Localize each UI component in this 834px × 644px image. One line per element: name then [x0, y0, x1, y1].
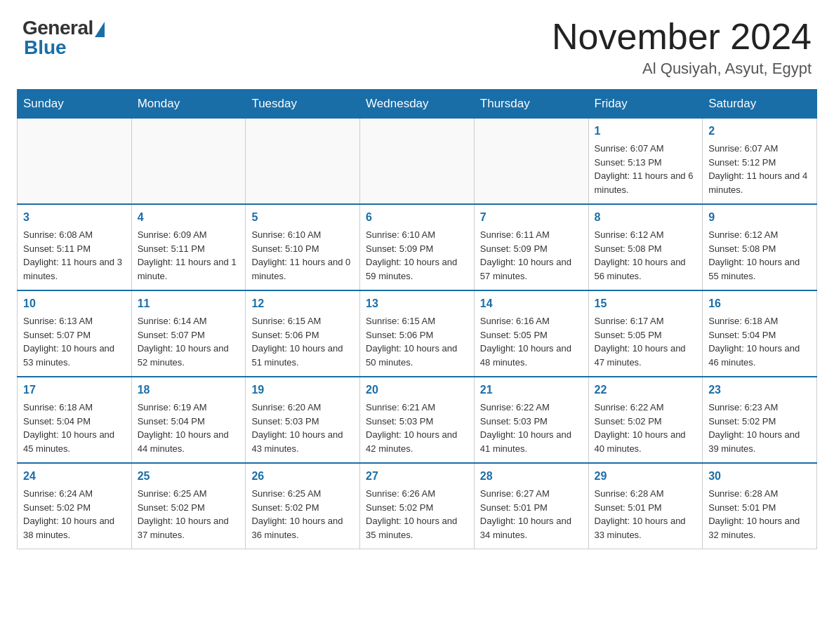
day-number: 14: [480, 295, 583, 312]
calendar-cell: 16Sunrise: 6:18 AMSunset: 5:04 PMDayligh…: [703, 290, 817, 377]
day-number: 17: [23, 382, 126, 398]
day-number: 29: [595, 468, 697, 485]
day-number: 12: [251, 295, 354, 312]
day-info: Sunset: 5:02 PM: [138, 501, 240, 515]
calendar-cell: 13Sunrise: 6:15 AMSunset: 5:06 PMDayligh…: [360, 290, 475, 377]
calendar-cell: [131, 119, 246, 205]
day-info: Daylight: 10 hours and 52 minutes.: [138, 342, 240, 369]
day-info: Sunrise: 6:10 AM: [366, 228, 468, 242]
day-info: Sunset: 5:07 PM: [23, 328, 126, 342]
day-number: 3: [23, 209, 126, 226]
day-info: Daylight: 10 hours and 45 minutes.: [23, 428, 126, 455]
day-info: Sunset: 5:11 PM: [138, 242, 240, 256]
calendar-cell: 11Sunrise: 6:14 AMSunset: 5:07 PMDayligh…: [131, 290, 246, 377]
calendar-cell: 3Sunrise: 6:08 AMSunset: 5:11 PMDaylight…: [18, 204, 132, 290]
calendar-cell: 15Sunrise: 6:17 AMSunset: 5:05 PMDayligh…: [588, 290, 703, 377]
day-info: Sunrise: 6:23 AM: [708, 401, 811, 415]
day-info: Sunset: 5:02 PM: [708, 415, 811, 429]
day-info: Sunrise: 6:16 AM: [480, 314, 583, 328]
logo-triangle-icon: [95, 22, 105, 37]
day-info: Sunrise: 6:17 AM: [595, 314, 697, 328]
day-number: 10: [23, 295, 126, 312]
day-info: Daylight: 10 hours and 36 minutes.: [251, 514, 354, 542]
day-info: Daylight: 11 hours and 4 minutes.: [708, 169, 811, 196]
calendar-cell: 19Sunrise: 6:20 AMSunset: 5:03 PMDayligh…: [246, 377, 360, 463]
day-info: Daylight: 10 hours and 50 minutes.: [366, 342, 468, 369]
day-info: Daylight: 11 hours and 0 minutes.: [251, 255, 354, 283]
day-info: Daylight: 10 hours and 39 minutes.: [708, 428, 811, 455]
day-header-thursday: Thursday: [474, 90, 588, 119]
calendar-week-row: 10Sunrise: 6:13 AMSunset: 5:07 PMDayligh…: [18, 290, 817, 377]
day-info: Sunset: 5:01 PM: [595, 501, 697, 515]
day-info: Sunrise: 6:22 AM: [480, 401, 583, 415]
day-info: Sunrise: 6:14 AM: [138, 314, 240, 328]
day-info: Sunrise: 6:13 AM: [23, 314, 126, 328]
day-number: 1: [595, 123, 697, 140]
day-number: 5: [251, 209, 354, 226]
day-number: 22: [595, 382, 697, 398]
calendar-cell: 10Sunrise: 6:13 AMSunset: 5:07 PMDayligh…: [18, 290, 132, 377]
day-info: Sunrise: 6:12 AM: [708, 228, 811, 242]
day-number: 26: [251, 468, 354, 485]
day-number: 30: [708, 468, 811, 485]
day-info: Daylight: 10 hours and 55 minutes.: [708, 255, 811, 283]
day-info: Daylight: 10 hours and 47 minutes.: [595, 342, 697, 369]
day-info: Sunset: 5:13 PM: [595, 156, 697, 170]
logo: General Blue: [22, 17, 105, 59]
day-info: Sunrise: 6:10 AM: [251, 228, 354, 242]
calendar-week-row: 17Sunrise: 6:18 AMSunset: 5:04 PMDayligh…: [18, 377, 817, 463]
day-info: Sunrise: 6:18 AM: [23, 401, 126, 415]
day-info: Sunrise: 6:15 AM: [251, 314, 354, 328]
calendar-cell: 9Sunrise: 6:12 AMSunset: 5:08 PMDaylight…: [703, 204, 817, 290]
day-number: 4: [138, 209, 240, 226]
day-info: Sunset: 5:02 PM: [251, 501, 354, 515]
day-info: Sunrise: 6:28 AM: [708, 487, 811, 501]
day-info: Daylight: 10 hours and 35 minutes.: [366, 514, 468, 542]
day-info: Sunrise: 6:08 AM: [23, 228, 126, 242]
day-header-wednesday: Wednesday: [360, 90, 475, 119]
day-number: 27: [366, 468, 468, 485]
day-info: Daylight: 10 hours and 48 minutes.: [480, 342, 583, 369]
day-number: 6: [366, 209, 468, 226]
day-info: Daylight: 10 hours and 46 minutes.: [708, 342, 811, 369]
day-info: Daylight: 10 hours and 51 minutes.: [251, 342, 354, 369]
day-number: 18: [138, 382, 240, 398]
calendar-cell: 7Sunrise: 6:11 AMSunset: 5:09 PMDaylight…: [474, 204, 588, 290]
calendar-cell: 28Sunrise: 6:27 AMSunset: 5:01 PMDayligh…: [474, 463, 588, 549]
calendar-cell: 2Sunrise: 6:07 AMSunset: 5:12 PMDaylight…: [703, 119, 817, 205]
day-info: Sunrise: 6:25 AM: [138, 487, 240, 501]
day-info: Daylight: 10 hours and 37 minutes.: [138, 514, 240, 542]
day-info: Sunset: 5:04 PM: [708, 328, 811, 342]
day-info: Sunset: 5:02 PM: [366, 501, 468, 515]
day-info: Sunrise: 6:18 AM: [708, 314, 811, 328]
day-info: Sunset: 5:01 PM: [708, 501, 811, 515]
day-info: Sunset: 5:01 PM: [480, 501, 583, 515]
day-number: 13: [366, 295, 468, 312]
day-info: Sunrise: 6:22 AM: [595, 401, 697, 415]
calendar-cell: 24Sunrise: 6:24 AMSunset: 5:02 PMDayligh…: [18, 463, 132, 549]
calendar-week-row: 24Sunrise: 6:24 AMSunset: 5:02 PMDayligh…: [18, 463, 817, 549]
logo-blue-text: Blue: [24, 36, 67, 59]
day-number: 20: [366, 382, 468, 398]
calendar-cell: 26Sunrise: 6:25 AMSunset: 5:02 PMDayligh…: [246, 463, 360, 549]
day-info: Sunset: 5:06 PM: [366, 328, 468, 342]
day-info: Sunset: 5:09 PM: [366, 242, 468, 256]
day-info: Sunrise: 6:25 AM: [251, 487, 354, 501]
day-info: Sunrise: 6:09 AM: [138, 228, 240, 242]
calendar-cell: 14Sunrise: 6:16 AMSunset: 5:05 PMDayligh…: [474, 290, 588, 377]
day-info: Daylight: 11 hours and 6 minutes.: [595, 169, 697, 196]
day-info: Sunrise: 6:07 AM: [708, 142, 811, 156]
calendar-cell: [18, 119, 132, 205]
day-info: Daylight: 11 hours and 1 minute.: [138, 255, 240, 283]
day-info: Sunrise: 6:12 AM: [595, 228, 697, 242]
day-info: Sunset: 5:08 PM: [708, 242, 811, 256]
day-header-monday: Monday: [131, 90, 246, 119]
day-number: 21: [480, 382, 583, 398]
calendar-cell: 27Sunrise: 6:26 AMSunset: 5:02 PMDayligh…: [360, 463, 475, 549]
day-info: Sunrise: 6:28 AM: [595, 487, 697, 501]
day-info: Sunset: 5:04 PM: [138, 415, 240, 429]
calendar-cell: 17Sunrise: 6:18 AMSunset: 5:04 PMDayligh…: [18, 377, 132, 463]
month-title: November 2024: [552, 17, 812, 57]
calendar-cell: 22Sunrise: 6:22 AMSunset: 5:02 PMDayligh…: [588, 377, 703, 463]
page-header: General Blue November 2024 Al Qusiyah, A…: [0, 0, 834, 89]
